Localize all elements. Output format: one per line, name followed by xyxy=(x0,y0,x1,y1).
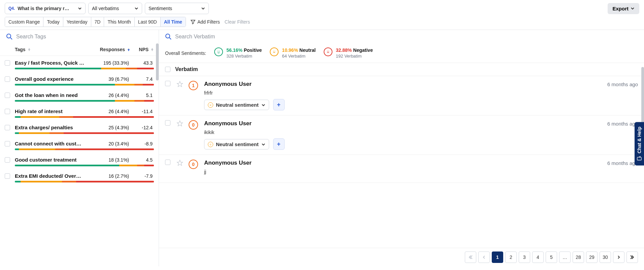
tag-nps: -8.9 xyxy=(130,141,154,146)
tag-checkbox[interactable] xyxy=(5,76,10,82)
tag-name[interactable]: Extra EMI deducted/ Over… xyxy=(15,173,90,179)
time-range-all-time[interactable]: All Time xyxy=(161,17,186,27)
tag-sentiment-bar xyxy=(15,84,154,86)
sentiment-select[interactable]: Neutral sentiment xyxy=(204,139,269,149)
tag-checkbox[interactable] xyxy=(5,173,10,179)
export-label: Export xyxy=(612,6,629,11)
verbatim-filter-select[interactable]: All verbatims xyxy=(88,3,142,14)
svg-point-11 xyxy=(210,104,210,104)
verbatim-list: 1 Anonymous User frfrfr Neutral sentimen… xyxy=(159,76,644,248)
overall-sentiments-label: Overall Sentiments: xyxy=(165,50,206,56)
verbatim-checkbox[interactable] xyxy=(165,81,170,86)
tag-checkbox[interactable] xyxy=(5,109,10,114)
tag-nps: -7.9 xyxy=(130,173,154,179)
tag-nps: 4.5 xyxy=(130,157,154,163)
search-tags-row xyxy=(0,30,159,43)
page-30[interactable]: 30 xyxy=(600,251,611,263)
chat-help-tab[interactable]: Chat & Help xyxy=(635,122,644,165)
verbatim-checkbox[interactable] xyxy=(165,160,170,165)
negative-pct: 32.88% xyxy=(336,47,352,53)
chevron-down-icon xyxy=(201,6,205,10)
positive-pct: 56.16% xyxy=(226,47,242,53)
add-filters-button[interactable]: Add Filters xyxy=(191,19,220,25)
scrollbar[interactable] xyxy=(156,43,159,266)
page-2[interactable]: 2 xyxy=(505,251,517,263)
verbatim-header-title: Verbatim xyxy=(175,66,198,72)
tag-name[interactable]: Good customer treatment xyxy=(15,157,90,163)
time-range-yesterday[interactable]: Yesterday xyxy=(63,17,91,27)
neutral-label: Neutral xyxy=(299,47,316,53)
select-all-checkbox[interactable] xyxy=(165,67,170,72)
tag-nps: 5.1 xyxy=(130,93,154,98)
scrollbar[interactable] xyxy=(641,67,644,131)
verbatim-time: 6 months ago xyxy=(591,81,638,87)
page-next[interactable] xyxy=(613,251,624,263)
verbatim-user[interactable]: Anonymous User xyxy=(204,160,589,166)
sort-icon: ▲▼ xyxy=(28,48,31,51)
svg-point-5 xyxy=(219,51,220,52)
tag-sentiment-bar xyxy=(15,100,154,102)
tag-responses: 20 (3.4%) xyxy=(90,141,130,146)
svg-point-14 xyxy=(210,143,210,144)
svg-point-6 xyxy=(273,51,274,52)
svg-point-7 xyxy=(275,51,275,52)
clear-filters-button[interactable]: Clear Filters xyxy=(225,19,250,25)
sentiment-select[interactable]: Neutral sentiment xyxy=(204,100,269,110)
sentiment-filter-label: Sentiments xyxy=(149,6,172,11)
tag-name[interactable]: Extra charges/ penalties xyxy=(15,125,90,130)
page-1[interactable]: 1 xyxy=(492,251,503,263)
add-tag-button[interactable]: + xyxy=(273,99,285,110)
star-icon[interactable] xyxy=(176,160,183,166)
time-range-this-month[interactable]: This Month xyxy=(104,17,134,27)
chat-help-label: Chat & Help xyxy=(637,127,642,153)
col-nps[interactable]: NPS ▲▼ xyxy=(130,47,154,52)
time-range-7d[interactable]: 7D xyxy=(91,17,104,27)
verbatim-checkbox[interactable] xyxy=(165,120,170,126)
tag-sentiment-bar xyxy=(15,165,154,166)
add-tag-button[interactable]: + xyxy=(273,138,285,150)
page-4[interactable]: 4 xyxy=(532,251,544,263)
export-button[interactable]: Export xyxy=(608,3,639,14)
verbatim-user[interactable]: Anonymous User xyxy=(204,120,589,127)
search-tags-input[interactable] xyxy=(16,34,153,40)
time-range-custom-range[interactable]: Custom Range xyxy=(5,17,43,27)
tag-name[interactable]: High rate of interest xyxy=(15,108,90,114)
tag-checkbox[interactable] xyxy=(5,60,10,66)
page-3[interactable]: 3 xyxy=(519,251,530,263)
tag-name[interactable]: Got the loan when in need xyxy=(15,92,90,98)
verbatim-panel: Overall Sentiments: 56.16%Positive 328 V… xyxy=(159,30,644,266)
col-tags[interactable]: Tags ▲▼ xyxy=(15,47,90,52)
star-icon[interactable] xyxy=(176,120,183,127)
tag-checkbox[interactable] xyxy=(5,157,10,163)
tag-name[interactable]: Cannot connect with cust… xyxy=(15,141,90,146)
page-5[interactable]: 5 xyxy=(546,251,557,263)
time-range-last-90d[interactable]: Last 90D xyxy=(135,17,161,27)
tag-name[interactable]: Overall good experience xyxy=(15,76,90,82)
tag-nps: 43.3 xyxy=(130,60,154,66)
sentiment-filter-select[interactable]: Sentiments xyxy=(145,3,209,14)
question-selector[interactable]: Q4. What is the primary r… xyxy=(5,3,86,14)
tag-name[interactable]: Easy / fast Process, Quick … xyxy=(15,60,90,66)
tag-checkbox[interactable] xyxy=(5,125,10,130)
positive-sentiment-block: 56.16%Positive 328 Verbatim xyxy=(214,47,262,59)
col-responses[interactable]: Responses ▲▼ xyxy=(90,47,130,52)
verbatim-user[interactable]: Anonymous User xyxy=(204,81,589,88)
time-range-today[interactable]: Today xyxy=(43,17,63,27)
star-icon[interactable] xyxy=(176,81,183,88)
page-29[interactable]: 29 xyxy=(586,251,598,263)
tag-checkbox[interactable] xyxy=(5,141,10,146)
chevron-down-icon xyxy=(631,6,635,10)
verbatim-item: 1 Anonymous User frfrfr Neutral sentimen… xyxy=(159,76,644,115)
tags-table-header: Tags ▲▼ Responses ▲▼ NPS ▲▼ xyxy=(0,43,159,56)
tag-row: Good customer treatment 18 (3.1%) 4.5 xyxy=(0,153,159,169)
search-verbatim-input[interactable] xyxy=(175,34,638,40)
page-28[interactable]: 28 xyxy=(573,251,584,263)
tag-responses: 39 (6.7%) xyxy=(90,76,130,82)
sentiment-label: Neutral sentiment xyxy=(216,141,259,147)
tag-checkbox[interactable] xyxy=(5,93,10,98)
verbatim-time: 6 months ago xyxy=(591,160,638,166)
svg-point-10 xyxy=(328,51,329,52)
tag-sentiment-bar xyxy=(15,148,154,150)
tag-sentiment-bar xyxy=(15,116,154,118)
page-last[interactable] xyxy=(626,251,638,263)
